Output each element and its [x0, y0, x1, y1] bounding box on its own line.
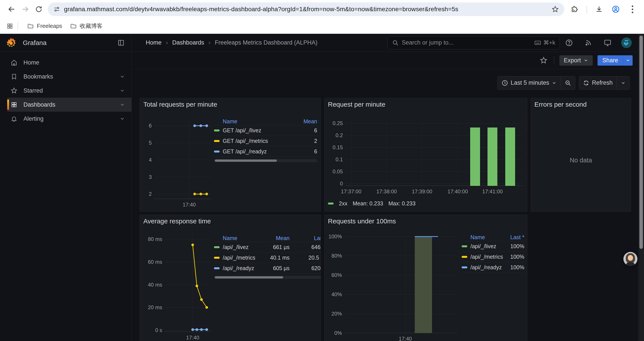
scrollbar-thumb[interactable] — [640, 36, 643, 249]
sidebar-item-dashboards[interactable]: Dashboards — [7, 98, 132, 112]
legend-col-mean[interactable]: Mean — [264, 235, 290, 241]
bookmark-icon — [10, 73, 18, 80]
apps-grid-icon[interactable] — [6, 23, 13, 30]
header-icons — [564, 38, 612, 48]
share-menu-chevron[interactable] — [623, 55, 632, 66]
series-mean: 6 — [298, 127, 317, 134]
bookmarks-divider — [18, 22, 18, 30]
series-swatch[interactable] — [214, 140, 220, 142]
grafana-logo[interactable] — [6, 38, 16, 48]
search-input[interactable]: Search or jump to... ⌘+k — [388, 36, 560, 49]
series-last: 646 µs — [290, 244, 321, 250]
plot-area[interactable]: 17:40 — [154, 122, 211, 199]
series-swatch[interactable] — [462, 256, 467, 258]
help-icon[interactable] — [564, 38, 574, 48]
series-name[interactable]: /api/_/metrics — [223, 254, 255, 261]
sidebar-item-bookmarks[interactable]: Bookmarks — [7, 70, 132, 84]
sidebar-item-label: Alerting — [24, 115, 114, 122]
series-name[interactable]: /api/_/readyz — [223, 265, 254, 271]
news-rss-icon[interactable] — [584, 38, 593, 48]
assistant-avatar[interactable] — [624, 252, 638, 266]
legend-row: GET /api/_/metrics 2 — [214, 136, 317, 146]
series-name[interactable]: GET /api/_/readyz — [223, 148, 267, 155]
back-icon[interactable] — [5, 3, 18, 16]
legend-col-last[interactable]: Last * — [504, 234, 524, 240]
grafana-brand: Grafana — [23, 39, 116, 47]
breadcrumb-home[interactable]: Home — [146, 39, 162, 46]
url-text[interactable]: grafana.mathmast.com/d/deytv4rwavabkb/fr… — [64, 6, 552, 13]
series-swatch[interactable] — [214, 257, 220, 259]
breadcrumb-dashboards[interactable]: Dashboards — [172, 39, 204, 46]
sidebar-item-home[interactable]: Home — [7, 56, 132, 70]
page-scrollbar[interactable] — [638, 34, 644, 341]
dock-menu-icon[interactable] — [116, 38, 126, 48]
legend-scrollbar[interactable] — [214, 159, 317, 162]
zoom-out-button[interactable] — [560, 76, 575, 90]
panel-title[interactable]: Request per minute — [328, 101, 385, 108]
bookmark-folder-freeleaps[interactable]: Freeleaps — [23, 21, 66, 31]
time-range-label: Last 5 minutes — [511, 80, 549, 86]
user-avatar[interactable] — [621, 38, 632, 48]
series-swatch[interactable] — [214, 151, 220, 153]
forward-icon[interactable] — [18, 3, 32, 16]
legend-col-name[interactable]: Name — [214, 235, 264, 241]
legend-scrollbar[interactable] — [214, 276, 321, 279]
panel-title[interactable]: Total requests per minute — [143, 101, 217, 108]
legend-col-mean[interactable]: Mean — [298, 118, 317, 125]
export-button[interactable]: Export — [560, 55, 593, 66]
panel-title[interactable]: Average response time — [143, 217, 211, 225]
series-name[interactable]: /api/_/metrics — [470, 254, 503, 260]
sidebar-item-alerting[interactable]: Alerting — [7, 112, 132, 126]
chevron-down-icon — [552, 81, 556, 85]
total-requests-chart: 65432 17:40 — [142, 108, 213, 210]
time-range-picker[interactable]: Last 5 minutes — [498, 76, 561, 90]
under-100ms-chart: 100%80%60%40%20%0% 17:40 — [328, 225, 460, 341]
series-swatch[interactable] — [214, 267, 220, 269]
browser-menu-icon[interactable] — [626, 3, 639, 16]
site-settings-icon[interactable] — [53, 6, 60, 13]
bookmark-folder-blogs[interactable]: 收藏博客 — [66, 21, 106, 32]
y-axis: 100%80%60%40%20%0% — [328, 236, 342, 333]
series-swatch[interactable] — [214, 246, 220, 248]
plot-area[interactable]: 17:37:0017:38:0017:39:0017:40:0017:41:00 — [346, 121, 523, 186]
avg-response-chart: 80 ms60 ms40 ms20 ms0 s 17:40 — [142, 225, 213, 341]
favorite-star-icon[interactable] — [539, 56, 548, 65]
series-swatch[interactable] — [462, 266, 467, 268]
chevron-down-icon[interactable] — [120, 102, 125, 107]
monitor-icon[interactable] — [603, 38, 612, 48]
sidebar-item-starred[interactable]: Starred — [7, 84, 132, 98]
series-name[interactable]: GET /api/_/metrics — [223, 138, 268, 144]
chevron-down-icon[interactable] — [120, 88, 125, 93]
legend-col-name[interactable]: Name — [214, 118, 298, 125]
series-swatch[interactable] — [462, 245, 467, 247]
chevron-down-icon[interactable] — [120, 74, 125, 79]
series-name[interactable]: 2xx — [339, 200, 348, 207]
legend-col-last[interactable]: Last * — [290, 235, 321, 241]
refresh-button[interactable]: Refresh — [579, 76, 616, 90]
grafana-body: Home Bookmarks Starred — [0, 52, 644, 341]
series-swatch[interactable] — [328, 203, 334, 204]
bookmark-star-icon[interactable] — [552, 6, 559, 13]
series-last: 620 µs — [290, 265, 321, 271]
y-axis: 80 ms60 ms40 ms20 ms0 s — [142, 232, 162, 332]
extensions-icon[interactable] — [568, 3, 581, 16]
refresh-interval-chevron[interactable] — [616, 76, 630, 90]
y-axis: 0.250.20.150.10.050 — [327, 121, 343, 186]
url-bar[interactable]: grafana.mathmast.com/d/deytv4rwavabkb/fr… — [48, 3, 564, 16]
share-button[interactable]: Share — [598, 55, 623, 66]
series-name[interactable]: GET /api/_/livez — [223, 127, 261, 134]
downloads-icon[interactable] — [592, 3, 606, 16]
legend-row: /api/_/readyz 100% — [462, 262, 524, 273]
panel-title[interactable]: Requests under 100ms — [328, 217, 396, 225]
screen: grafana.mathmast.com/d/deytv4rwavabkb/fr… — [0, 0, 644, 341]
series-name[interactable]: /api/_/livez — [470, 243, 496, 249]
series-name[interactable]: /api/_/readyz — [470, 264, 502, 270]
chevron-down-icon[interactable] — [120, 116, 125, 121]
series-swatch[interactable] — [214, 129, 220, 131]
series-name[interactable]: /api/_/livez — [223, 244, 248, 250]
reload-icon[interactable] — [32, 3, 46, 16]
plot-area[interactable]: 17:40 — [164, 232, 211, 332]
profile-icon[interactable] — [609, 3, 622, 16]
legend-col-name[interactable]: Name — [462, 234, 504, 240]
plot-area[interactable]: 17:40 — [344, 236, 457, 333]
